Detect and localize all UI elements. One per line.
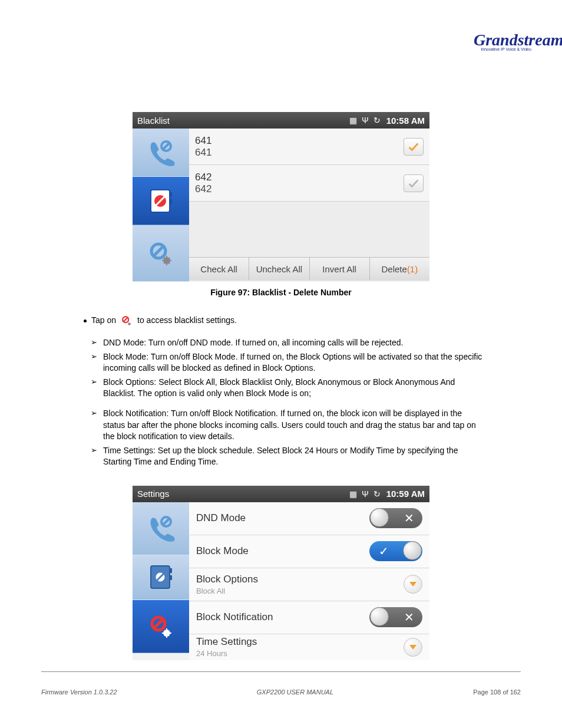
- screen-title: Settings: [137, 489, 347, 499]
- sidebar-item-blacklist[interactable]: [133, 177, 189, 225]
- check-icon: ✓: [379, 544, 389, 558]
- setting-label: Block Options: [196, 574, 404, 585]
- list-text: Block Options: Select Block All, Block B…: [103, 377, 485, 400]
- screenshot-settings: Settings ▦ Ψ ↻ 10:59 AM: [133, 486, 429, 660]
- svg-point-20: [128, 322, 131, 325]
- settings-row-block-mode[interactable]: Block Mode ✓: [189, 535, 429, 568]
- figure-settings: Settings ▦ Ψ ↻ 10:59 AM: [133, 486, 429, 660]
- setting-label: Block Mode: [196, 545, 369, 557]
- block-settings-icon: [148, 613, 174, 639]
- sidebar-item-blacklist[interactable]: [133, 555, 189, 600]
- svg-line-22: [163, 518, 170, 525]
- setting-sublabel: 24 Hours: [196, 649, 404, 658]
- contact-number: 641: [195, 147, 404, 159]
- contact-number: 642: [195, 183, 404, 195]
- action-bar: Check All Uncheck All Invert All Delete(…: [189, 257, 429, 281]
- svg-line-15: [169, 263, 170, 263]
- sidebar-item-settings[interactable]: [133, 225, 189, 282]
- footer-left: Firmware Version 1.0.3.22: [41, 689, 117, 696]
- arrow-bullet-icon: ➢: [91, 377, 97, 400]
- settings-row-time-settings[interactable]: Time Settings 24 Hours: [189, 634, 429, 660]
- x-icon: ✕: [404, 610, 414, 624]
- block-settings-icon: [148, 241, 174, 266]
- svg-line-14: [164, 258, 164, 258]
- dnd-toggle[interactable]: ✕: [369, 508, 422, 528]
- clock-time: 10:58 AM: [386, 116, 425, 126]
- contact-name: 642: [195, 172, 404, 183]
- block-mode-toggle[interactable]: ✓: [369, 541, 422, 561]
- check-button[interactable]: [404, 174, 424, 192]
- sync-icon: ↻: [373, 489, 381, 499]
- check-all-button[interactable]: Check All: [189, 257, 249, 281]
- brand-tagline: Innovative IP Voice & Video: [474, 47, 538, 51]
- status-bar: Settings ▦ Ψ ↻ 10:59 AM: [133, 486, 429, 502]
- sync-icon: ↻: [373, 116, 381, 125]
- usb-icon: Ψ: [362, 116, 369, 125]
- usb-icon: Ψ: [362, 489, 369, 499]
- figure-caption: Figure 97: Blacklist - Delete Number: [133, 288, 429, 297]
- delete-button[interactable]: Delete(1): [369, 257, 429, 281]
- phone-block-icon: [146, 513, 176, 543]
- screenshot-blacklist: Blacklist ▦ Ψ ↻ 10:58 AM: [133, 112, 429, 282]
- screen-title: Blacklist: [137, 116, 347, 126]
- invert-all-button[interactable]: Invert All: [309, 257, 369, 281]
- setting-label: Block Notification: [196, 611, 369, 623]
- list-item[interactable]: 641 641: [189, 129, 429, 165]
- chevron-down-icon: [408, 644, 418, 651]
- body-text: Tap on to access blacklist settings. ➢DN…: [77, 315, 485, 468]
- list-text: DND Mode: Turn on/off DND mode. If turne…: [103, 337, 403, 349]
- empty-area: [189, 202, 429, 257]
- svg-line-8: [153, 246, 164, 256]
- sidebar: [133, 129, 189, 282]
- expand-button[interactable]: [404, 575, 422, 594]
- list-item[interactable]: 642 642: [189, 165, 429, 202]
- block-settings-inline-icon: [121, 315, 133, 327]
- svg-rect-24: [170, 568, 172, 573]
- check-icon: [407, 140, 420, 153]
- svg-rect-3: [170, 192, 172, 197]
- intro-left: Tap on: [91, 315, 116, 327]
- settings-row-block-notification[interactable]: Block Notification ✕: [189, 601, 429, 634]
- calc-icon: ▦: [349, 116, 357, 125]
- figure-blacklist-delete: Blacklist ▦ Ψ ↻ 10:58 AM: [133, 112, 429, 297]
- intro-right: to access blacklist settings.: [137, 315, 237, 327]
- block-notification-toggle[interactable]: ✕: [369, 607, 422, 627]
- setting-label: Time Settings: [196, 636, 404, 648]
- svg-line-17: [169, 258, 170, 258]
- uncheck-all-button[interactable]: Uncheck All: [249, 257, 309, 281]
- expand-button[interactable]: [404, 638, 422, 657]
- sidebar-item-block-history[interactable]: [133, 502, 189, 555]
- setting-sublabel: Block All: [196, 587, 404, 595]
- svg-point-31: [163, 630, 170, 637]
- sidebar-item-settings[interactable]: [133, 600, 189, 653]
- svg-line-19: [124, 318, 128, 322]
- list-text: Block Notification: Turn on/off Block No…: [103, 408, 485, 443]
- svg-rect-4: [170, 199, 172, 204]
- check-button[interactable]: [404, 138, 424, 156]
- svg-line-16: [164, 263, 164, 263]
- arrow-bullet-icon: ➢: [91, 351, 97, 374]
- check-icon: [407, 177, 420, 190]
- brand-logo: Grandstream Innovative IP Voice & Video: [474, 32, 538, 51]
- calc-icon: ▦: [349, 489, 357, 499]
- phone-block-icon: [146, 138, 176, 167]
- list-text: Block Mode: Turn on/off Block Mode. If t…: [103, 351, 485, 374]
- list-text: Time Settings: Set up the block schedule…: [103, 445, 485, 468]
- sidebar-item-block-history[interactable]: [133, 129, 189, 177]
- bullet-icon: [84, 319, 87, 322]
- svg-line-30: [154, 619, 163, 628]
- status-bar: Blacklist ▦ Ψ ↻ 10:58 AM: [133, 112, 429, 129]
- setting-label: DND Mode: [196, 512, 369, 524]
- settings-row-block-options[interactable]: Block Options Block All: [189, 568, 429, 601]
- settings-row-dnd[interactable]: DND Mode ✕: [189, 502, 429, 535]
- clock-time: 10:59 AM: [386, 489, 425, 499]
- blacklist-book-icon: [147, 564, 174, 591]
- x-icon: ✕: [404, 511, 414, 525]
- footer-rule: [41, 671, 521, 672]
- arrow-bullet-icon: ➢: [91, 445, 97, 468]
- chevron-down-icon: [408, 581, 418, 588]
- brand-name: Grandstream: [474, 32, 538, 47]
- svg-rect-25: [170, 575, 172, 580]
- footer-center: GXP2200 USER MANUAL: [257, 689, 333, 696]
- arrow-bullet-icon: ➢: [91, 408, 97, 443]
